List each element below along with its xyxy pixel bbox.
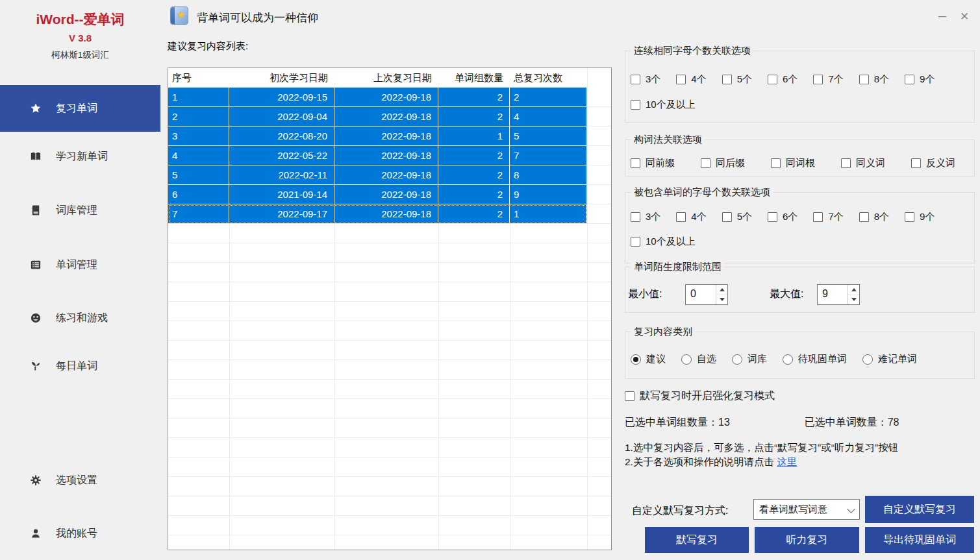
- checkbox-3-letters[interactable]: 3个: [631, 73, 660, 86]
- table-row[interactable]: 3 2022-08-20 2022-09-18 1 5: [168, 127, 587, 146]
- close-button[interactable]: ✕: [956, 9, 973, 25]
- table-row[interactable]: 1 2022-09-15 2022-09-18 2 2: [168, 88, 587, 107]
- minimize-button[interactable]: ─: [934, 9, 951, 25]
- column-header[interactable]: 上次复习日期: [334, 68, 438, 87]
- table-row[interactable]: 2 2022-09-04 2022-09-18 2 4: [168, 107, 587, 127]
- table-row[interactable]: 4 2022-05-22 2022-09-18 2 7: [168, 146, 587, 165]
- checkbox-synonym[interactable]: 同义词: [841, 157, 885, 169]
- column-header[interactable]: 序号: [168, 68, 229, 87]
- checkbox-same-root[interactable]: 同词根: [771, 157, 815, 169]
- checkbox-4-letters[interactable]: 4个: [676, 211, 706, 223]
- checkbox-icon: [905, 212, 914, 222]
- lexicon-name: 柯林斯1级词汇: [0, 49, 160, 61]
- checkbox-10-letters-and-more[interactable]: 10个及以上: [631, 99, 696, 111]
- sidebar-item-label: 每日单词: [56, 359, 97, 373]
- arrow-down-icon: [851, 298, 857, 301]
- checkbox-4-letters[interactable]: 4个: [676, 73, 706, 86]
- checkbox-icon: [676, 75, 686, 84]
- sidebar-item-lexicon-management[interactable]: 词库管理: [0, 197, 160, 223]
- checkbox-same-suffix[interactable]: 同后缀: [701, 157, 745, 169]
- spin-down-button[interactable]: [716, 295, 727, 304]
- checkbox-icon: [813, 75, 823, 84]
- checkbox-5-letters[interactable]: 5个: [722, 211, 752, 223]
- arrow-up-icon: [720, 288, 725, 291]
- custom-dictation-mode-label: 自定义默写复习方式:: [632, 504, 728, 518]
- instructions: 1.选中复习内容后，可多选，点击“默写复习”或“听力复习”按钮 2.关于各选项和…: [625, 441, 979, 469]
- max-value: 9: [822, 288, 828, 300]
- radio-lexicon[interactable]: 词库: [732, 353, 767, 365]
- checkbox-9-letters[interactable]: 9个: [905, 211, 935, 223]
- group-legend: 复习内容类别: [631, 326, 696, 338]
- spin-up-button[interactable]: [848, 285, 859, 295]
- sidebar-item-label: 词库管理: [56, 204, 97, 217]
- table-header: 序号 初次学习日期 上次复习日期 单词组数量 总复习次数: [168, 68, 587, 88]
- radio-hard-to-remember[interactable]: 难记单词: [862, 353, 917, 365]
- sidebar-item-label: 练习和游戏: [56, 311, 108, 325]
- dictation-mode-select[interactable]: 看单词默写词意: [753, 499, 860, 520]
- min-value: 0: [690, 288, 696, 300]
- radio-suggested[interactable]: 建议: [631, 353, 666, 365]
- min-value-label: 最小值:: [628, 287, 662, 301]
- min-value-stepper[interactable]: 0: [685, 284, 728, 305]
- dictation-mode-value: 看单词默写词意: [759, 504, 827, 516]
- radio-self-selected[interactable]: 自选: [681, 353, 716, 365]
- table-row[interactable]: 6 2021-09-14 2022-09-18 2 9: [168, 185, 587, 204]
- checkbox-8-letters[interactable]: 8个: [859, 73, 889, 86]
- group-word-formation: 构词法关联选项 同前缀 同后缀 同词根 同义词 反义词: [625, 140, 975, 177]
- checkbox-8-letters[interactable]: 8个: [859, 211, 889, 223]
- checkbox-icon: [859, 212, 869, 222]
- selected-groups-value: 13: [718, 417, 730, 428]
- custom-dictation-review-button[interactable]: 自定义默写复习: [865, 496, 974, 523]
- checkbox-7-letters[interactable]: 7个: [813, 73, 843, 86]
- listening-review-button[interactable]: 听力复习: [755, 527, 859, 553]
- user-icon: [30, 528, 42, 539]
- checkbox-antonym[interactable]: 反义词: [911, 157, 955, 169]
- sidebar-item-my-account[interactable]: 我的账号: [0, 520, 160, 546]
- sidebar-item-daily-words[interactable]: 每日单词: [0, 353, 160, 379]
- radio-icon: [783, 354, 793, 365]
- checkbox-9-letters[interactable]: 9个: [905, 73, 935, 86]
- column-header[interactable]: 单词组数量: [438, 68, 510, 87]
- checkbox-strengthen-mode[interactable]: 默写复习时开启强化复习模式: [625, 389, 790, 403]
- group-legend: 连续相同字母个数关联选项: [631, 45, 754, 57]
- table-row-focused[interactable]: 7 2022-09-17 2022-09-18 2 1: [168, 204, 587, 224]
- sidebar-item-practice-games[interactable]: 练习和游戏: [0, 305, 160, 331]
- motto-text: 背单词可以成为一种信仰: [197, 10, 318, 25]
- sidebar-item-options-settings[interactable]: 选项设置: [0, 467, 160, 493]
- max-value-label: 最大值:: [770, 287, 803, 301]
- checkbox-7-letters[interactable]: 7个: [813, 211, 843, 223]
- chevron-down-icon: [847, 505, 855, 513]
- checkbox-icon: [631, 75, 640, 84]
- checkbox-icon: [631, 237, 640, 247]
- checkbox-same-prefix[interactable]: 同前缀: [631, 157, 675, 169]
- max-value-stepper[interactable]: 9: [817, 284, 860, 305]
- column-header[interactable]: 初次学习日期: [229, 68, 334, 87]
- selected-words-label: 已选中单词数量：: [805, 417, 888, 428]
- open-book-icon: [30, 151, 42, 162]
- list-title: 建议复习内容列表:: [168, 40, 248, 53]
- dictation-review-button[interactable]: 默写复习: [645, 527, 749, 553]
- smiley-icon: [30, 312, 42, 324]
- checkbox-icon: [813, 212, 823, 222]
- instruction-line-1: 1.选中复习内容后，可多选，点击“默写复习”或“听力复习”按钮: [625, 441, 979, 455]
- sidebar-item-label: 我的账号: [56, 527, 97, 541]
- sidebar-item-review-words[interactable]: 复习单词: [0, 85, 160, 132]
- radio-pending-consolidation[interactable]: 待巩固单词: [783, 353, 847, 365]
- checkbox-icon: [631, 100, 640, 110]
- help-link[interactable]: 这里: [777, 456, 797, 467]
- spin-up-button[interactable]: [716, 285, 727, 295]
- table-row[interactable]: 5 2022-02-11 2022-09-18 2 8: [168, 165, 587, 185]
- checkbox-icon: [631, 158, 640, 168]
- checkbox-10-letters-and-more[interactable]: 10个及以上: [631, 236, 696, 248]
- group-consecutive-same-letters: 连续相同字母个数关联选项 3个 4个 5个 6个 7个 8个 9个 10个及以上: [625, 51, 975, 123]
- column-header[interactable]: 总复习次数: [510, 68, 587, 87]
- sidebar-item-learn-new-words[interactable]: 学习新单词: [0, 143, 160, 169]
- spin-down-button[interactable]: [848, 295, 859, 304]
- review-table[interactable]: 序号 初次学习日期 上次复习日期 单词组数量 总复习次数 1 2022-09-1…: [168, 67, 612, 550]
- sidebar-item-word-management[interactable]: 单词管理: [0, 252, 160, 278]
- checkbox-6-letters[interactable]: 6个: [768, 73, 798, 86]
- checkbox-5-letters[interactable]: 5个: [722, 73, 752, 86]
- checkbox-3-letters[interactable]: 3个: [631, 211, 660, 223]
- export-pending-words-button[interactable]: 导出待巩固单词: [865, 527, 974, 553]
- checkbox-6-letters[interactable]: 6个: [768, 211, 798, 223]
